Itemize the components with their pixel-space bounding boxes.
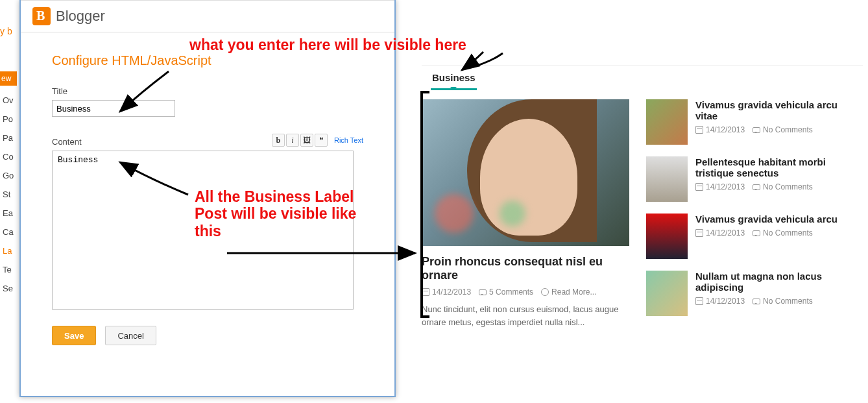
title-input[interactable]	[52, 100, 175, 117]
blogger-icon	[32, 7, 51, 25]
image-button[interactable]: 🖼	[300, 134, 313, 147]
sidebar-item[interactable]: Te	[0, 260, 19, 279]
featured-image	[422, 99, 629, 246]
blogger-wordmark: Blogger	[56, 8, 105, 25]
featured-excerpt: Nunc tincidunt, elit non cursus euismod,…	[422, 303, 629, 328]
list-item[interactable]: Nullam ut magna non lacus adipiscing 14/…	[646, 271, 847, 316]
calendar-icon	[695, 297, 703, 305]
post-date: 14/12/2013	[706, 182, 745, 191]
configure-widget-dialog: Blogger Configure HTML/JavaScript Title …	[19, 0, 396, 397]
post-title[interactable]: Pellentesque habitant morbi tristique se…	[695, 156, 847, 178]
sidebar-item[interactable]: Po	[0, 110, 19, 128]
post-comments[interactable]: No Comments	[763, 182, 813, 191]
comment-icon	[753, 230, 760, 236]
post-comments[interactable]: No Comments	[763, 125, 813, 134]
editor-toolbar: b i 🖼 ❝ Rich Text	[272, 134, 363, 147]
readmore-link[interactable]: Read More...	[551, 287, 596, 297]
sidebar-item-layout[interactable]: La	[0, 241, 19, 260]
post-date: 14/12/2013	[706, 125, 745, 134]
post-date: 14/12/2013	[706, 297, 745, 306]
sidebar-item[interactable]: Co	[0, 147, 19, 166]
calendar-icon	[695, 229, 703, 237]
quote-button[interactable]: ❝	[315, 134, 328, 147]
italic-button[interactable]: i	[286, 134, 299, 147]
new-post-button-fragment[interactable]: ew p	[0, 71, 17, 86]
post-date: 14/12/2013	[706, 228, 745, 238]
comment-icon	[479, 289, 487, 295]
sidebar-item[interactable]: Go	[0, 166, 19, 185]
richtext-link[interactable]: Rich Text	[334, 136, 363, 144]
title-label: Title	[52, 86, 363, 96]
cancel-button[interactable]: Cancel	[105, 326, 156, 345]
post-title[interactable]: Nullam ut magna non lacus adipiscing	[695, 271, 847, 293]
blogger-logo: Blogger	[32, 7, 105, 25]
featured-title[interactable]: Proin rhoncus consequat nisl eu ornare	[422, 255, 629, 282]
sidebar-item[interactable]: Pa	[0, 128, 19, 147]
list-item[interactable]: Pellentesque habitant morbi tristique se…	[646, 156, 847, 202]
post-comments[interactable]: No Comments	[763, 297, 813, 306]
sidebar-item[interactable]: Ca	[0, 223, 19, 241]
calendar-icon	[695, 126, 703, 134]
sidebar-item[interactable]: Se	[0, 279, 19, 298]
sidebar-nav: Ov Po Pa Co Go St Ea Ca La Te Se	[0, 91, 19, 298]
content-textarea[interactable]	[52, 151, 354, 310]
content-label: Content	[52, 137, 82, 147]
post-comments[interactable]: No Comments	[763, 228, 813, 238]
save-button[interactable]: Save	[52, 326, 96, 345]
comment-icon	[753, 127, 760, 133]
featured-date: 14/12/2013	[432, 287, 471, 297]
list-item[interactable]: Vivamus gravida vehicula arcu 14/12/2013…	[646, 214, 847, 259]
app-brand-fragment: y b	[0, 26, 19, 39]
gear-icon	[541, 288, 549, 296]
calendar-icon	[695, 183, 703, 191]
post-title[interactable]: Vivamus gravida vehicula arcu	[695, 214, 838, 225]
sidebar-item[interactable]: Ea	[0, 204, 19, 223]
bold-button[interactable]: b	[272, 134, 285, 147]
featured-meta: 14/12/2013 5 Comments Read More...	[422, 287, 629, 297]
dialog-title: Configure HTML/JavaScript	[52, 53, 363, 68]
list-item[interactable]: Vivamus gravida vehicula arcu vitae 14/1…	[646, 99, 847, 145]
featured-post[interactable]: Proin rhoncus consequat nisl eu ornare 1…	[422, 99, 629, 328]
dialog-header: Blogger	[21, 0, 394, 32]
featured-comments[interactable]: 5 Comments	[489, 287, 533, 297]
comment-icon	[753, 299, 760, 304]
sidebar-item[interactable]: Ov	[0, 91, 19, 110]
comment-icon	[753, 184, 760, 190]
post-thumbnail	[646, 214, 688, 259]
category-tab[interactable]: Business	[431, 68, 477, 90]
post-title[interactable]: Vivamus gravida vehicula arcu vitae	[695, 99, 847, 121]
post-thumbnail	[646, 271, 688, 316]
annotation-bracket	[420, 91, 429, 318]
sidebar-item[interactable]: St	[0, 185, 19, 204]
post-thumbnail	[646, 156, 688, 202]
post-thumbnail	[646, 99, 688, 145]
widget-preview: Business Proin rhoncus consequat nisl eu…	[422, 65, 863, 328]
